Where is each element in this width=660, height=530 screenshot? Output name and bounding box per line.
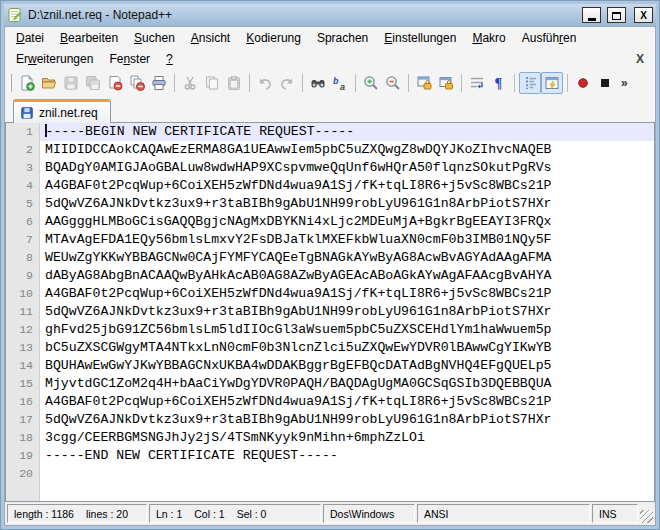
close-button[interactable]: X (634, 7, 653, 23)
indent-guide-button[interactable] (519, 72, 541, 94)
sync-horizontal-scrolling-button[interactable] (435, 72, 457, 94)
editor-line[interactable]: 3BQADgY0AMIGJAoGBALuw8wdwHAP9XCspvmweQqU… (6, 159, 654, 177)
line-text[interactable]: MjyvtdGC1ZoM2q4H+bAaCiYwDgYDVR0PAQH/BAQD… (40, 375, 654, 393)
stop-macro-button[interactable] (594, 72, 616, 94)
editor-line[interactable]: 14BQUHAwEwGwYJKwYBBAGCNxUKBA4wDDAKBggrBg… (6, 357, 654, 375)
menu-item-suchen[interactable]: Suchen (126, 29, 183, 47)
line-text[interactable]: -----BEGIN NEW CERTIFICATE REQUEST----- (40, 123, 654, 141)
menu-item-datei[interactable]: Datei (8, 29, 52, 47)
menu-item-sprachen[interactable]: Sprachen (309, 29, 376, 47)
close-file-button[interactable] (104, 72, 126, 94)
line-number[interactable]: 11 (6, 303, 40, 321)
line-number[interactable]: 20 (6, 465, 40, 483)
line-text[interactable]: A4GBAF0t2PcqWup+6CoiXEH5zWfDNd4wua9A1Sj/… (40, 393, 654, 411)
menu-item-ausfuehren[interactable]: Ausführen (514, 29, 585, 47)
undo-button[interactable] (254, 72, 276, 94)
cut-button[interactable] (179, 72, 201, 94)
editor-line[interactable]: 10A4GBAF0t2PcqWup+6CoiXEH5zWfDNd4wua9A1S… (6, 285, 654, 303)
show-all-characters-button[interactable]: ¶ (488, 72, 510, 94)
line-number[interactable]: 19 (6, 447, 40, 465)
line-text[interactable]: MIIDIDCCAokCAQAwEzERMA8GA1UEAwwIem5pbC5u… (40, 141, 654, 159)
editor-line[interactable]: 12ghFvd25jbG91ZC56bmlsLm5ldIIOcGl3aWsuem… (6, 321, 654, 339)
editor-line[interactable]: 115dQwVZ6AJNkDvtkz3ux9+r3taBIBh9gAbU1NH9… (6, 303, 654, 321)
record-macro-button[interactable] (572, 72, 594, 94)
resize-grip[interactable] (640, 510, 653, 523)
line-text[interactable]: 5dQwVZ6AJNkDvtkz3ux9+r3taBIBh9gAbU1NH99r… (40, 303, 654, 321)
line-text[interactable]: AAGgggHLMBoGCisGAQQBgjcNAgMxDBYKNi4xLjc2… (40, 213, 654, 231)
line-number[interactable]: 6 (6, 213, 40, 231)
editor-line[interactable]: 9dAByAG8AbgBnACAAQwByAHkAcAB0AG8AZwByAGE… (6, 267, 654, 285)
maximize-button[interactable] (607, 7, 626, 23)
menu-item-einstellungen[interactable]: Einstellungen (376, 29, 464, 47)
find-button[interactable] (307, 72, 329, 94)
word-wrap-button[interactable] (466, 72, 488, 94)
line-text[interactable]: 5dQwVZ6AJNkDvtkz3ux9+r3taBIBh9gAbU1NH99r… (40, 411, 654, 429)
menu-item-erweiterungen[interactable]: Erweiterungen (8, 50, 101, 68)
editor-line[interactable]: 175dQwVZ6AJNkDvtkz3ux9+r3taBIBh9gAbU1NH9… (6, 411, 654, 429)
line-number[interactable]: 10 (6, 285, 40, 303)
redo-button[interactable] (276, 72, 298, 94)
editor-line[interactable]: 6AAGgggHLMBoGCisGAQQBgjcNAgMxDBYKNi4xLjc… (6, 213, 654, 231)
editor-line[interactable]: 19-----END NEW CERTIFICATE REQUEST----- (6, 447, 654, 465)
toolbar-grip[interactable] (9, 74, 12, 92)
line-text[interactable]: -----END NEW CERTIFICATE REQUEST----- (40, 447, 654, 465)
line-number[interactable]: 12 (6, 321, 40, 339)
line-number[interactable]: 14 (6, 357, 40, 375)
editor-line[interactable]: 20 (6, 465, 654, 483)
menu-item-hilfe[interactable]: ? (158, 50, 181, 68)
text-editor[interactable]: 1-----BEGIN NEW CERTIFICATE REQUEST-----… (5, 122, 655, 502)
line-number[interactable]: 8 (6, 249, 40, 267)
close-all-button[interactable] (126, 72, 148, 94)
editor-line[interactable]: 13bC5uZXSCGWgyMTA4NTkxLnN0cmF0b3NlcnZlci… (6, 339, 654, 357)
line-text[interactable]: dAByAG8AbgBnACAAQwByAHkAcAB0AG8AZwByAGEA… (40, 267, 654, 285)
line-number[interactable]: 1 (6, 123, 40, 141)
line-number[interactable]: 18 (6, 429, 40, 447)
zoom-out-button[interactable] (382, 72, 404, 94)
editor-line[interactable]: 8WEUwZgYKKwYBBAGCNw0CAjFYMFYCAQEeTgBNAGk… (6, 249, 654, 267)
editor-line[interactable]: 7MTAvAgEFDA1EQy56bmlsLmxvY2FsDBJaTklMXEF… (6, 231, 654, 249)
line-text[interactable]: ghFvd25jbG91ZC56bmlsLm5ldIIOcGl3aWsuem5p… (40, 321, 654, 339)
menu-item-makro[interactable]: Makro (464, 29, 513, 47)
print-button[interactable] (148, 72, 170, 94)
line-text[interactable]: A4GBAF0t2PcqWup+6CoiXEH5zWfDNd4wua9A1Sj/… (40, 177, 654, 195)
copy-button[interactable] (201, 72, 223, 94)
status-typing-mode[interactable]: INS (592, 504, 638, 523)
zoom-in-button[interactable] (360, 72, 382, 94)
line-number[interactable]: 2 (6, 141, 40, 159)
line-text[interactable]: bC5uZXSCGWgyMTA4NTkxLnN0cmF0b3NlcnZlci5u… (40, 339, 654, 357)
line-text[interactable]: BQUHAwEwGwYJKwYBBAGCNxUKBA4wDDAKBggrBgEF… (40, 357, 654, 375)
tab-znil-net-req[interactable]: znil.net.req (13, 99, 111, 123)
line-number[interactable]: 13 (6, 339, 40, 357)
paste-button[interactable] (223, 72, 245, 94)
line-text[interactable]: MTAvAgEFDA1EQy56bmlsLmxvY2FsDBJaTklMXEFk… (40, 231, 654, 249)
open-file-button[interactable] (38, 72, 60, 94)
line-number[interactable]: 3 (6, 159, 40, 177)
line-number[interactable]: 9 (6, 267, 40, 285)
line-number[interactable]: 5 (6, 195, 40, 213)
save-all-button[interactable] (82, 72, 104, 94)
toolbar-overflow-chevron[interactable]: » (618, 76, 631, 90)
new-file-button[interactable] (16, 72, 38, 94)
editor-line[interactable]: 2MIIDIDCCAokCAQAwEzERMA8GA1UEAwwIem5pbC5… (6, 141, 654, 159)
menu-item-ansicht[interactable]: Ansicht (183, 29, 238, 47)
editor-line[interactable]: 4A4GBAF0t2PcqWup+6CoiXEH5zWfDNd4wua9A1Sj… (6, 177, 654, 195)
menubar-close-x[interactable]: X (636, 52, 652, 66)
sync-vertical-scrolling-button[interactable] (413, 72, 435, 94)
line-text[interactable]: A4GBAF0t2PcqWup+6CoiXEH5zWfDNd4wua9A1Sj/… (40, 285, 654, 303)
editor-line[interactable]: 183cgg/CEERBGMSNGJhJy2jS/4TSmNKyyk9nMihn… (6, 429, 654, 447)
replace-button[interactable]: ba (329, 72, 351, 94)
line-text[interactable] (40, 465, 654, 483)
line-text[interactable]: 5dQwVZ6AJNkDvtkz3ux9+r3taBIBh9gAbU1NH99r… (40, 195, 654, 213)
menu-item-bearbeiten[interactable]: Bearbeiten (52, 29, 126, 47)
editor-line[interactable]: 15MjyvtdGC1ZoM2q4H+bAaCiYwDgYDVR0PAQH/BA… (6, 375, 654, 393)
editor-line[interactable]: 55dQwVZ6AJNkDvtkz3ux9+r3taBIBh9gAbU1NH99… (6, 195, 654, 213)
save-button[interactable] (60, 72, 82, 94)
line-number[interactable]: 17 (6, 411, 40, 429)
line-text[interactable]: WEUwZgYKKwYBBAGCNw0CAjFYMFYCAQEeTgBNAGkA… (40, 249, 654, 267)
user-defined-dialog-button[interactable] (541, 72, 563, 94)
editor-line[interactable]: 1-----BEGIN NEW CERTIFICATE REQUEST----- (6, 123, 654, 141)
line-number[interactable]: 16 (6, 393, 40, 411)
line-number[interactable]: 15 (6, 375, 40, 393)
line-number[interactable]: 7 (6, 231, 40, 249)
minimize-button[interactable] (582, 7, 601, 23)
